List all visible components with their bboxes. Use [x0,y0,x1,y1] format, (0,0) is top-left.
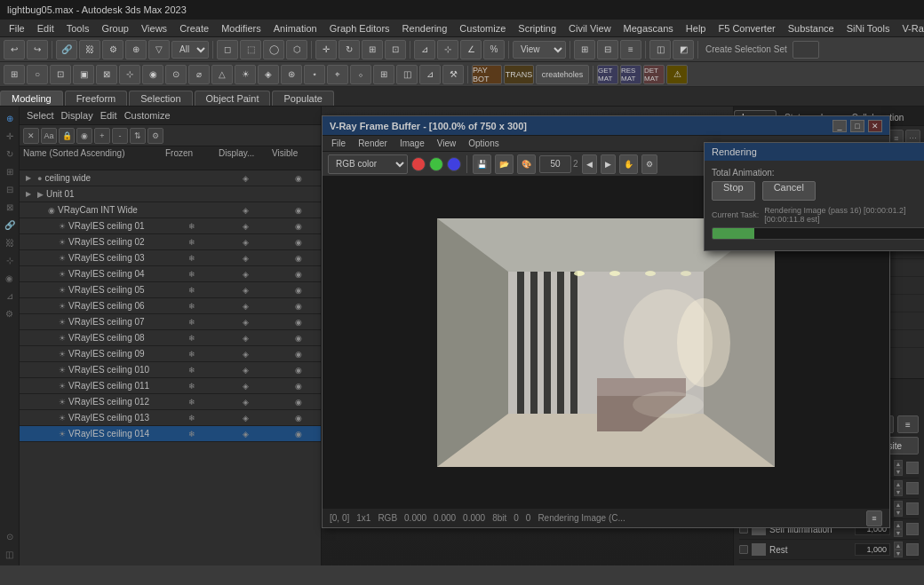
tb2-btn15[interactable]: ⌖ [327,65,348,84]
scene-row[interactable]: ▶ ▶ Unit 01 [20,186,321,202]
undo-btn[interactable]: ↩ [4,40,25,59]
expand-icon[interactable]: ▶ [26,174,35,182]
vfb-save-btn[interactable]: 💾 [473,154,491,174]
lm-color-pick-1[interactable] [906,482,919,494]
menu-sini[interactable]: SiNi Tools [841,22,896,35]
tb2-btn13[interactable]: ⊛ [281,65,302,84]
scene-row[interactable]: ☀ VRayIES ceiling 011 ❄ ◈ ◉ ◈ [20,378,321,394]
rotate-btn[interactable]: ↻ [339,40,360,59]
se-sort-btn[interactable]: ⇅ [130,128,146,144]
view-dropdown[interactable]: View [513,41,566,59]
link-icon[interactable]: 🔗 [2,217,18,233]
scale-icon[interactable]: ⊞ [2,163,18,179]
utility-icon[interactable]: ⚙ [2,305,18,321]
createholes-btn[interactable]: createholes [536,65,589,84]
menu-megascans[interactable]: Megascans [618,22,679,35]
lm-spin-dn-4[interactable]: ▼ [894,549,903,557]
se-menu-customize[interactable]: Customize [124,110,171,121]
tab-object-paint[interactable]: Object Paint [195,91,271,106]
vfb-menu-view[interactable]: View [432,138,462,148]
menu-edit[interactable]: Edit [32,22,60,35]
se-collapse-btn[interactable]: - [112,128,128,144]
scene-row[interactable]: ☀ VRayIES ceiling 013 ❄ ◈ ◉ ◈ [20,410,321,426]
scene-row[interactable]: ☀ VRayIES ceiling 07 ❄ ◈ ◉ ◈ [20,314,321,330]
tab-populate[interactable]: Populate [272,91,333,106]
select-btn[interactable]: ⊕ [125,40,147,59]
pivot-btn[interactable]: ⊿ [414,40,435,59]
percent-snap-btn[interactable]: % [483,40,505,59]
scale2-btn[interactable]: ⊡ [385,40,406,59]
getmat-btn[interactable]: GET MAT [597,65,618,84]
scene-row[interactable]: ☀ VRayIES ceiling 01 ❄ ◈ ◉ ◈ [20,218,321,234]
circle-select-btn[interactable]: ◯ [263,40,284,59]
menu-scripting[interactable]: Scripting [513,22,562,35]
tb2-btn18[interactable]: ◫ [396,65,418,84]
se-config-btn[interactable]: ⚙ [147,128,163,144]
vfb-nav-right-btn[interactable]: ▶ [601,154,616,174]
menu-animation[interactable]: Animation [268,22,323,35]
menu-file[interactable]: File [4,22,30,35]
scene-row[interactable]: ☀ VRayIES ceiling 08 ❄ ◈ ◉ ◈ [20,330,321,346]
lm-spin-up-1[interactable]: ▲ [894,480,903,488]
vfb-menu-file[interactable]: File [326,138,351,148]
align-icon[interactable]: ⊠ [2,199,18,215]
scene-row[interactable]: ☀ VRayIES ceiling 03 ❄ ◈ ◉ ◈ [20,250,321,266]
lm-color-pick-0[interactable] [906,462,919,474]
menu-views[interactable]: Views [136,22,172,35]
display-icon[interactable]: ⊿ [2,288,18,304]
scene-btn[interactable]: ◩ [673,40,694,59]
angle-snap-btn[interactable]: ∠ [460,40,482,59]
hierarchy-icon[interactable]: ⊹ [2,252,18,268]
vfb-menu-options[interactable]: Options [463,138,504,148]
lm-spin-dn-2[interactable]: ▼ [894,509,903,517]
detmat-btn[interactable]: DET MAT [643,65,665,84]
color-red[interactable] [411,157,426,171]
move-btn[interactable]: ✛ [315,40,337,59]
tb2-btn7[interactable]: ◉ [142,65,163,84]
se-filter-btn[interactable]: ✕ [23,128,39,144]
lm-spin-up-0[interactable]: ▲ [894,460,903,468]
rd-titlebar[interactable]: Rendering ✕ [705,143,924,161]
se-menu-display[interactable]: Display [61,110,93,121]
lm-spin-dn-0[interactable]: ▼ [894,468,903,476]
vfb-menu-render[interactable]: Render [353,138,393,148]
se-lock-btn[interactable]: 🔒 [59,128,75,144]
extra-btn1[interactable]: PAY BOT [472,65,502,84]
scene-row[interactable]: ☀ VRayIES ceiling 06 ❄ ◈ ◉ ◈ [20,298,321,314]
vfb-folder-btn[interactable]: 📂 [495,154,514,174]
vfb-close-btn[interactable]: ✕ [868,120,882,132]
lm-spin-up-2[interactable]: ▲ [894,501,903,509]
prop-list-btn[interactable]: ≡ [897,415,919,433]
vfb-settings-btn[interactable]: ⚙ [641,154,657,174]
extra-btn2[interactable]: TRANS [504,65,534,84]
lm-spin-up-4[interactable]: ▲ [894,542,903,549]
select-obj-btn[interactable]: ◻ [217,40,238,59]
scene-row[interactable]: ◉ VRayCam INT Wide ◈ ◉ ◈ [20,202,321,218]
poly-select-btn[interactable]: ⬡ [286,40,307,59]
menu-f5[interactable]: F5 Converter [713,22,780,35]
rect-select-btn[interactable]: ⬚ [240,40,261,59]
tb2-btn17[interactable]: ⊞ [373,65,394,84]
bottom-icon2[interactable]: ◫ [2,546,18,562]
lm-spin-dn-1[interactable]: ▼ [894,488,903,496]
menu-customize[interactable]: Customize [454,22,511,35]
lm-color-pick-2[interactable] [906,502,919,515]
lm-color-4[interactable] [752,543,766,556]
scene-row[interactable]: ☀ VRayIES ceiling 09 ❄ ◈ ◉ ◈ [20,346,321,362]
color-blue[interactable] [447,157,461,171]
lm-spin-dn-3[interactable]: ▼ [894,529,903,537]
mirror-icon[interactable]: ⊟ [2,181,18,197]
lm-color-pick-3[interactable] [906,523,919,535]
lm-spin-up-3[interactable]: ▲ [894,521,903,529]
scene-row[interactable]: ☀ VRayIES ceiling 014 ❄ ◈ ◉ ◈ [20,426,321,442]
color-green[interactable] [429,157,443,171]
scene-row[interactable]: ☀ VRayIES ceiling 04 ❄ ◈ ◉ ◈ [20,266,321,282]
scene-row[interactable]: ☀ VRayIES ceiling 012 ❄ ◈ ◉ ◈ [20,394,321,410]
align-btn[interactable]: ⊟ [597,40,618,59]
tb2-btn20[interactable]: ⚒ [442,65,464,84]
bottom-icon1[interactable]: ⊙ [2,528,18,544]
tab-selection[interactable]: Selection [129,91,192,106]
lm-color-pick-4[interactable] [906,543,919,556]
quick-align-btn[interactable]: ≡ [620,40,641,59]
rd-stop-btn[interactable]: Stop [712,181,755,201]
